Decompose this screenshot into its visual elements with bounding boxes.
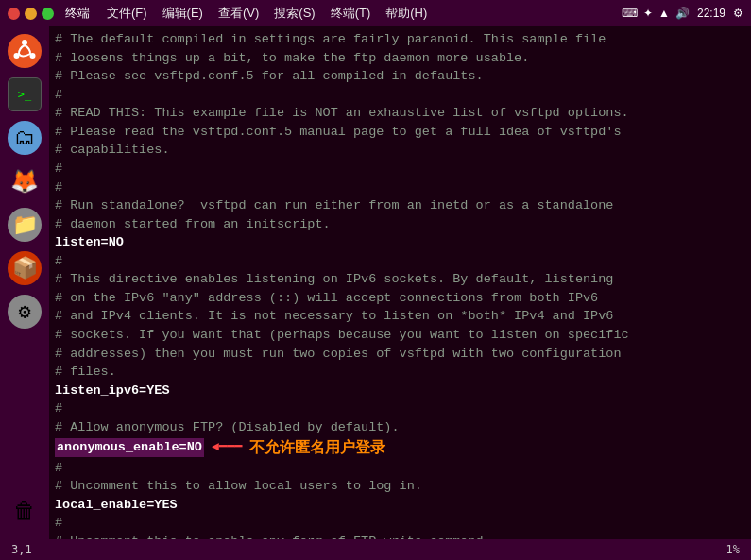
terminal-line: # The default compiled in settings are f… <box>55 30 745 49</box>
terminal-line: # This directive enables listening on IP… <box>55 270 745 289</box>
terminal-line: # <box>55 252 745 271</box>
top-system-bar: 终端 文件(F) 编辑(E) 查看(V) 搜索(S) 终端(T) 帮助(H) ⌨… <box>0 0 751 26</box>
terminal-line: # READ THIS: This example file is NOT an… <box>55 104 745 123</box>
close-button[interactable] <box>8 8 20 20</box>
svg-point-1 <box>22 40 27 45</box>
ubuntu-logo <box>8 34 42 68</box>
menu-terminal[interactable]: 终端(T) <box>325 3 377 24</box>
terminal-line: # files. <box>55 363 745 382</box>
sidebar-item-nautilus[interactable]: 📁 <box>6 206 43 244</box>
terminal-line: # Uncomment this to allow local users to… <box>55 477 745 496</box>
sidebar-item-trash[interactable]: 🗑 <box>6 492 43 530</box>
terminal-line: # Uncomment this to enable any form of F… <box>55 533 745 539</box>
main-layout: >_ 🗂 🦊 📁 📦 ⚙ 🗑 # The default compiled in… <box>0 26 751 539</box>
menu-search[interactable]: 搜索(S) <box>268 3 320 24</box>
sidebar: >_ 🗂 🦊 📁 📦 ⚙ 🗑 <box>0 26 49 539</box>
top-bar-left: 终端 文件(F) 编辑(E) 查看(V) 搜索(S) 终端(T) 帮助(H) <box>8 3 433 24</box>
volume-icon: 🔊 <box>675 7 690 20</box>
terminal-line: # Allow anonymous FTP? (Disabled by defa… <box>55 418 745 437</box>
cursor-position: 3,1 <box>11 543 32 556</box>
status-bar: 3,11% <box>0 539 751 560</box>
package-icon: 📦 <box>8 251 42 285</box>
terminal-line: listen=NO <box>55 233 745 252</box>
menu-edit[interactable]: 编辑(E) <box>157 3 209 24</box>
terminal-line: # Run standalone? vsftpd can run either … <box>55 196 745 215</box>
wifi-icon: ▲ <box>658 7 670 20</box>
terminal-icon: >_ <box>8 77 42 111</box>
sidebar-item-package[interactable]: 📦 <box>6 249 43 287</box>
terminal-line: # <box>55 459 745 478</box>
files-icon: 🗂 <box>8 121 42 155</box>
gear-icon: ⚙ <box>8 295 42 329</box>
top-bar-right: ⌨ ✦ ▲ 🔊 22:19 ⚙ <box>622 7 743 20</box>
terminal-line: # <box>55 178 745 197</box>
terminal-line: # <box>55 160 745 178</box>
menu-view[interactable]: 查看(V) <box>213 3 265 24</box>
settings-icon[interactable]: ⚙ <box>733 7 743 20</box>
sidebar-item-terminal[interactable]: >_ <box>6 76 43 113</box>
sidebar-item-settings[interactable]: ⚙ <box>6 293 43 331</box>
keyboard-icon: ⌨ <box>622 7 638 20</box>
sidebar-item-firefox[interactable]: 🦊 <box>6 162 43 200</box>
terminal-line: listen_ipv6=YES <box>55 382 745 400</box>
minimize-button[interactable] <box>25 8 37 20</box>
annotation-text: 不允许匿名用户登录 <box>249 436 385 458</box>
annotation-arrow: ◄━━━ <box>212 438 242 457</box>
scroll-percent: 1% <box>726 543 740 556</box>
terminal-line: # Please read the vsftpd.conf.5 manual p… <box>55 123 745 142</box>
folder-icon: 📁 <box>8 208 42 242</box>
trash-icon: 🗑 <box>8 494 42 528</box>
app-name: 终端 <box>65 5 90 22</box>
menu-help[interactable]: 帮助(H) <box>380 3 433 24</box>
terminal-window[interactable]: # The default compiled in settings are f… <box>49 26 751 539</box>
sidebar-item-ubuntu[interactable] <box>6 32 43 70</box>
terminal-line: # capabilities. <box>55 141 745 160</box>
menu-file[interactable]: 文件(F) <box>101 3 153 24</box>
terminal-line: local_enable=YES <box>55 496 745 515</box>
system-tray: ⌨ ✦ ▲ 🔊 <box>622 7 690 20</box>
firefox-icon: 🦊 <box>8 164 42 198</box>
annotated-line: anonymous_enable=NO ◄━━━ 不允许匿名用户登录 <box>55 436 745 458</box>
clock: 22:19 <box>697 7 725 20</box>
terminal-line: # sockets. If you want that (perhaps bec… <box>55 326 745 345</box>
terminal-line: # <box>55 86 745 105</box>
config-value-anonymous: anonymous_enable=NO <box>55 438 204 457</box>
terminal-line: # loosens things up a bit, to make the f… <box>55 49 745 68</box>
maximize-button[interactable] <box>42 8 54 20</box>
terminal-line: # <box>55 399 745 418</box>
terminal-line: # on the IPv6 "any" address (::) will ac… <box>55 289 745 308</box>
terminal-line: # Please see vsftpd.conf.5 for all compi… <box>55 67 745 86</box>
sidebar-item-files[interactable]: 🗂 <box>6 119 43 157</box>
menu-bar: 文件(F) 编辑(E) 查看(V) 搜索(S) 终端(T) 帮助(H) <box>101 3 433 24</box>
bluetooth-icon: ✦ <box>643 7 653 20</box>
terminal-line: # <box>55 514 745 533</box>
traffic-lights <box>8 8 54 20</box>
terminal-line: # and IPv4 clients. It is not necessary … <box>55 307 745 326</box>
terminal-line: # addresses) then you must run two copie… <box>55 345 745 364</box>
terminal-line: # daemon started from an initscript. <box>55 215 745 234</box>
